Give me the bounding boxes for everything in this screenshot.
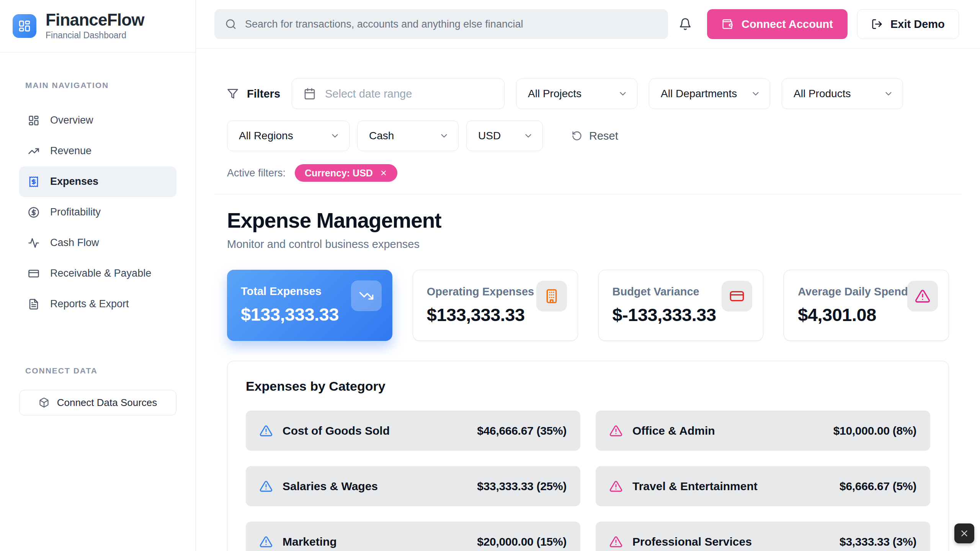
category-row-cost-of-goods-sold[interactable]: Cost of Goods Sold $46,666.67 (35%) xyxy=(246,411,580,451)
building-icon xyxy=(544,289,559,304)
exit-demo-label: Exit Demo xyxy=(890,18,945,31)
category-name: Cost of Goods Sold xyxy=(283,424,477,437)
sidebar-item-cash-flow[interactable]: Cash Flow xyxy=(19,228,176,258)
sidebar-item-label: Revenue xyxy=(50,145,91,157)
sidebar: FinanceFlow Financial Dashboard MAIN NAV… xyxy=(0,0,196,551)
connect-account-button[interactable]: Connect Account xyxy=(707,9,848,39)
projects-select[interactable]: All Projects xyxy=(516,78,637,109)
brand-subtitle: Financial Dashboard xyxy=(46,30,144,41)
connect-data-section-label: CONNECT DATA xyxy=(25,366,176,375)
category-name: Office & Admin xyxy=(632,424,833,437)
sidebar-item-label: Reports & Export xyxy=(50,298,129,310)
wallet-icon xyxy=(722,18,733,30)
filters-title: Filters xyxy=(227,88,280,100)
section-divider xyxy=(214,194,962,194)
regions-select[interactable]: All Regions xyxy=(227,121,350,151)
connect-data-sources-button[interactable]: Connect Data Sources xyxy=(19,390,176,416)
category-row-office-admin[interactable]: Office & Admin $10,000.00 (8%) xyxy=(596,411,930,451)
chip-remove-icon[interactable] xyxy=(380,169,387,177)
credit-card-icon xyxy=(729,289,745,304)
date-range-input[interactable] xyxy=(325,88,493,100)
sidebar-item-label: Profitability xyxy=(50,206,101,218)
rotate-ccw-icon xyxy=(572,130,582,141)
trending-up-icon xyxy=(28,145,39,157)
alert-triangle-icon xyxy=(260,424,273,437)
products-select-value: All Products xyxy=(794,88,851,100)
stat-card-total-expenses[interactable]: Total Expenses $133,333.33 xyxy=(227,270,392,341)
notifications-button[interactable] xyxy=(679,18,692,31)
brand-text: FinanceFlow Financial Dashboard xyxy=(46,11,144,41)
top-bar: Connect Account Exit Demo xyxy=(196,0,980,49)
sidebar-item-overview[interactable]: Overview xyxy=(19,105,176,136)
main-area: Connect Account Exit Demo Filters xyxy=(196,0,980,551)
stat-icon-box xyxy=(722,281,752,311)
filter-funnel-icon xyxy=(227,88,238,99)
reset-label: Reset xyxy=(589,130,618,142)
exit-demo-button[interactable]: Exit Demo xyxy=(857,9,959,39)
category-name: Marketing xyxy=(283,535,477,548)
currency-select-value: USD xyxy=(478,130,501,142)
alert-triangle-icon xyxy=(609,424,622,437)
filters-block: Filters All Projects All Departments xyxy=(227,78,949,182)
page-header: Expense Management Monitor and control b… xyxy=(227,208,949,251)
app-logo-icon xyxy=(13,14,36,38)
sidebar-item-profitability[interactable]: Profitability xyxy=(19,197,176,228)
departments-select-value: All Departments xyxy=(661,88,737,100)
stat-card-operating-expenses[interactable]: Operating Expenses $133,333.33 xyxy=(413,270,578,341)
stat-card-budget-variance[interactable]: Budget Variance $-133,333.33 xyxy=(598,270,764,341)
close-icon xyxy=(959,528,969,538)
category-row-salaries-wages[interactable]: Salaries & Wages $33,333.33 (25%) xyxy=(246,466,580,506)
active-filter-chip[interactable]: Currency: USD xyxy=(295,164,397,182)
search-box[interactable] xyxy=(214,9,668,39)
calendar-icon xyxy=(304,88,316,100)
category-value: $20,000.00 (15%) xyxy=(477,535,567,548)
close-button[interactable] xyxy=(954,523,974,543)
alert-triangle-icon xyxy=(260,480,273,493)
alert-triangle-icon xyxy=(609,535,622,548)
connect-data-sources-label: Connect Data Sources xyxy=(57,397,157,409)
stat-card-average-daily-spend[interactable]: Average Daily Spend $4,301.08 xyxy=(784,270,949,341)
filters-row-2: All Regions Cash USD Reset xyxy=(227,121,949,151)
sidebar-item-label: Receivable & Payable xyxy=(50,267,151,279)
category-row-travel-entertainment[interactable]: Travel & Entertainment $6,666.67 (5%) xyxy=(596,466,930,506)
payment-method-select[interactable]: Cash xyxy=(357,121,459,151)
payment-method-select-value: Cash xyxy=(369,130,394,142)
category-name: Travel & Entertainment xyxy=(632,480,840,493)
sidebar-item-revenue[interactable]: Revenue xyxy=(19,136,176,166)
search-input[interactable] xyxy=(245,18,657,30)
stat-icon-box xyxy=(351,280,382,311)
sidebar-item-label: Expenses xyxy=(50,176,98,187)
departments-select[interactable]: All Departments xyxy=(649,78,770,109)
stat-icon-box xyxy=(907,281,938,311)
category-value: $3,333.33 (3%) xyxy=(840,535,916,548)
sidebar-item-label: Overview xyxy=(50,114,93,126)
expenses-by-category-title: Expenses by Category xyxy=(246,379,930,394)
regions-select-value: All Regions xyxy=(239,130,293,142)
connect-account-label: Connect Account xyxy=(742,18,833,31)
stats-grid: Total Expenses $133,333.33 Operating Exp… xyxy=(227,270,949,341)
sidebar-item-reports-export[interactable]: Reports & Export xyxy=(19,289,176,320)
sidebar-item-receivable-payable[interactable]: Receivable & Payable xyxy=(19,258,176,289)
category-row-professional-services[interactable]: Professional Services $3,333.33 (3%) xyxy=(596,522,930,551)
category-value: $10,000.00 (8%) xyxy=(833,424,916,437)
filters-label: Filters xyxy=(247,88,280,100)
date-range-field[interactable] xyxy=(292,78,505,109)
category-grid: Cost of Goods Sold $46,666.67 (35%) Offi… xyxy=(246,411,930,551)
chevron-down-icon xyxy=(618,89,628,99)
reset-filters-button[interactable]: Reset xyxy=(572,130,618,142)
stat-icon-box xyxy=(536,281,567,311)
file-text-icon xyxy=(28,298,39,310)
trending-down-icon xyxy=(359,288,374,303)
sidebar-item-expenses[interactable]: Expenses xyxy=(19,166,176,197)
category-name: Professional Services xyxy=(632,535,840,548)
search-icon xyxy=(225,18,237,30)
alert-triangle-icon xyxy=(260,535,273,548)
category-name: Salaries & Wages xyxy=(283,480,477,493)
currency-select[interactable]: USD xyxy=(466,121,543,151)
logout-icon xyxy=(871,18,883,30)
dashboard-icon xyxy=(28,115,39,126)
category-value: $6,666.67 (5%) xyxy=(840,480,916,493)
category-row-marketing[interactable]: Marketing $20,000.00 (15%) xyxy=(246,522,580,551)
chevron-down-icon xyxy=(884,89,893,99)
products-select[interactable]: All Products xyxy=(782,78,903,109)
